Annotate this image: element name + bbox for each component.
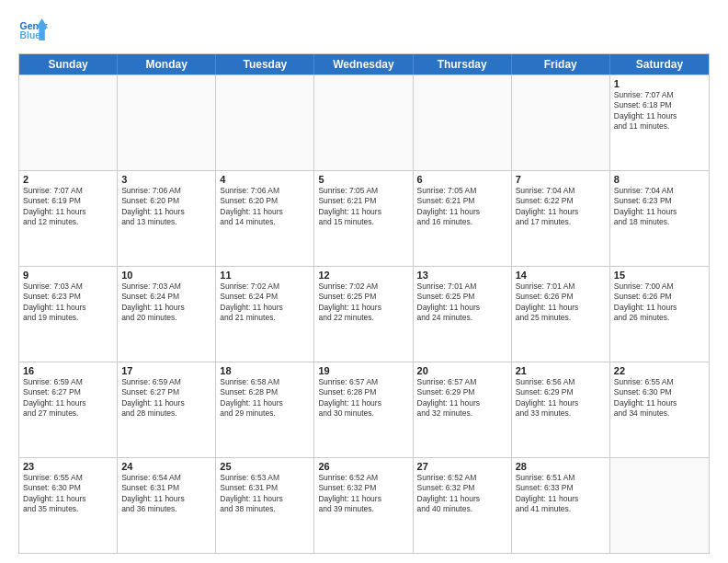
- day-headers: SundayMondayTuesdayWednesdayThursdayFrid…: [19, 54, 709, 75]
- svg-text:Blue: Blue: [20, 30, 41, 40]
- cell-info: Sunrise: 7:02 AM Sunset: 6:24 PM Dayligh…: [220, 282, 310, 324]
- calendar-cell: 24Sunrise: 6:54 AM Sunset: 6:31 PM Dayli…: [118, 458, 216, 553]
- cell-day-number: 25: [220, 461, 310, 472]
- cell-info: Sunrise: 6:52 AM Sunset: 6:32 PM Dayligh…: [417, 473, 507, 515]
- cell-info: Sunrise: 6:56 AM Sunset: 6:29 PM Dayligh…: [516, 377, 606, 419]
- cell-day-number: 28: [516, 461, 606, 472]
- day-header-wednesday: Wednesday: [314, 54, 413, 75]
- cell-day-number: 7: [516, 174, 606, 185]
- calendar-cell: 21Sunrise: 6:56 AM Sunset: 6:29 PM Dayli…: [512, 362, 610, 457]
- cell-info: Sunrise: 6:55 AM Sunset: 6:30 PM Dayligh…: [23, 473, 113, 515]
- week-row-2: 9Sunrise: 7:03 AM Sunset: 6:23 PM Daylig…: [19, 266, 709, 362]
- calendar-cell: 19Sunrise: 6:57 AM Sunset: 6:28 PM Dayli…: [314, 362, 413, 457]
- cell-info: Sunrise: 7:03 AM Sunset: 6:23 PM Dayligh…: [23, 282, 113, 324]
- day-header-monday: Monday: [118, 54, 216, 75]
- day-header-sunday: Sunday: [19, 54, 118, 75]
- cell-day-number: 23: [23, 461, 113, 472]
- calendar-cell: 23Sunrise: 6:55 AM Sunset: 6:30 PM Dayli…: [19, 458, 118, 553]
- calendar-cell: 12Sunrise: 7:02 AM Sunset: 6:25 PM Dayli…: [314, 267, 413, 362]
- cell-day-number: 4: [220, 174, 310, 185]
- calendar-cell: 4Sunrise: 7:06 AM Sunset: 6:20 PM Daylig…: [216, 171, 314, 266]
- cell-info: Sunrise: 6:52 AM Sunset: 6:32 PM Dayligh…: [318, 473, 408, 515]
- cell-day-number: 20: [417, 365, 507, 376]
- header: General Blue: [18, 15, 710, 44]
- weeks: 1Sunrise: 7:07 AM Sunset: 6:18 PM Daylig…: [19, 75, 709, 553]
- cell-info: Sunrise: 7:05 AM Sunset: 6:21 PM Dayligh…: [318, 186, 408, 228]
- calendar-cell: 15Sunrise: 7:00 AM Sunset: 6:26 PM Dayli…: [610, 267, 709, 362]
- cell-day-number: 16: [23, 365, 113, 376]
- calendar-cell: [610, 458, 709, 553]
- week-row-1: 2Sunrise: 7:07 AM Sunset: 6:19 PM Daylig…: [19, 170, 709, 266]
- cell-day-number: 12: [318, 270, 408, 281]
- calendar-cell: 28Sunrise: 6:51 AM Sunset: 6:33 PM Dayli…: [512, 458, 610, 553]
- calendar-cell: 10Sunrise: 7:03 AM Sunset: 6:24 PM Dayli…: [118, 267, 216, 362]
- cell-info: Sunrise: 7:01 AM Sunset: 6:25 PM Dayligh…: [417, 282, 507, 324]
- day-header-saturday: Saturday: [610, 54, 709, 75]
- calendar-cell: [512, 75, 610, 170]
- cell-info: Sunrise: 6:54 AM Sunset: 6:31 PM Dayligh…: [121, 473, 211, 515]
- calendar-cell: [216, 75, 314, 170]
- cell-info: Sunrise: 6:53 AM Sunset: 6:31 PM Dayligh…: [220, 473, 310, 515]
- cell-day-number: 22: [614, 365, 705, 376]
- calendar-cell: 7Sunrise: 7:04 AM Sunset: 6:22 PM Daylig…: [512, 171, 610, 266]
- cell-day-number: 21: [516, 365, 606, 376]
- cell-info: Sunrise: 7:07 AM Sunset: 6:19 PM Dayligh…: [23, 186, 113, 228]
- calendar-cell: 16Sunrise: 6:59 AM Sunset: 6:27 PM Dayli…: [19, 362, 118, 457]
- cell-day-number: 3: [121, 174, 211, 185]
- cell-info: Sunrise: 7:03 AM Sunset: 6:24 PM Dayligh…: [121, 282, 211, 324]
- cell-day-number: 6: [417, 174, 507, 185]
- calendar-cell: 20Sunrise: 6:57 AM Sunset: 6:29 PM Dayli…: [414, 362, 512, 457]
- cell-info: Sunrise: 7:01 AM Sunset: 6:26 PM Dayligh…: [516, 282, 606, 324]
- cell-info: Sunrise: 6:59 AM Sunset: 6:27 PM Dayligh…: [121, 377, 211, 419]
- calendar-cell: 2Sunrise: 7:07 AM Sunset: 6:19 PM Daylig…: [19, 171, 118, 266]
- cell-day-number: 15: [614, 270, 705, 281]
- day-header-tuesday: Tuesday: [216, 54, 314, 75]
- cell-day-number: 19: [318, 365, 408, 376]
- cell-info: Sunrise: 7:00 AM Sunset: 6:26 PM Dayligh…: [614, 282, 705, 324]
- cell-day-number: 11: [220, 270, 310, 281]
- cell-day-number: 27: [417, 461, 507, 472]
- calendar: SundayMondayTuesdayWednesdayThursdayFrid…: [18, 53, 710, 554]
- cell-info: Sunrise: 7:04 AM Sunset: 6:23 PM Dayligh…: [614, 186, 705, 228]
- cell-day-number: 2: [23, 174, 113, 185]
- calendar-cell: 18Sunrise: 6:58 AM Sunset: 6:28 PM Dayli…: [216, 362, 314, 457]
- page: General Blue SundayMondayTuesdayWednesda…: [0, 0, 728, 563]
- calendar-cell: [414, 75, 512, 170]
- calendar-cell: 14Sunrise: 7:01 AM Sunset: 6:26 PM Dayli…: [512, 267, 610, 362]
- cell-day-number: 14: [516, 270, 606, 281]
- calendar-cell: 27Sunrise: 6:52 AM Sunset: 6:32 PM Dayli…: [414, 458, 512, 553]
- cell-info: Sunrise: 7:06 AM Sunset: 6:20 PM Dayligh…: [220, 186, 310, 228]
- logo: General Blue: [18, 15, 48, 44]
- day-header-thursday: Thursday: [414, 54, 512, 75]
- cell-day-number: 8: [614, 174, 705, 185]
- calendar-cell: [314, 75, 413, 170]
- cell-info: Sunrise: 7:05 AM Sunset: 6:21 PM Dayligh…: [417, 186, 507, 228]
- week-row-0: 1Sunrise: 7:07 AM Sunset: 6:18 PM Daylig…: [19, 75, 709, 170]
- calendar-cell: 13Sunrise: 7:01 AM Sunset: 6:25 PM Dayli…: [414, 267, 512, 362]
- cell-day-number: 10: [121, 270, 211, 281]
- cell-day-number: 26: [318, 461, 408, 472]
- cell-day-number: 13: [417, 270, 507, 281]
- cell-day-number: 9: [23, 270, 113, 281]
- cell-day-number: 17: [121, 365, 211, 376]
- cell-info: Sunrise: 6:55 AM Sunset: 6:30 PM Dayligh…: [614, 377, 705, 419]
- calendar-cell: 5Sunrise: 7:05 AM Sunset: 6:21 PM Daylig…: [314, 171, 413, 266]
- calendar-cell: [19, 75, 118, 170]
- cell-info: Sunrise: 6:59 AM Sunset: 6:27 PM Dayligh…: [23, 377, 113, 419]
- calendar-cell: 17Sunrise: 6:59 AM Sunset: 6:27 PM Dayli…: [118, 362, 216, 457]
- cell-day-number: 18: [220, 365, 310, 376]
- calendar-cell: 22Sunrise: 6:55 AM Sunset: 6:30 PM Dayli…: [610, 362, 709, 457]
- cell-info: Sunrise: 6:57 AM Sunset: 6:29 PM Dayligh…: [417, 377, 507, 419]
- cell-info: Sunrise: 7:04 AM Sunset: 6:22 PM Dayligh…: [516, 186, 606, 228]
- cell-info: Sunrise: 7:06 AM Sunset: 6:20 PM Dayligh…: [121, 186, 211, 228]
- calendar-cell: [118, 75, 216, 170]
- cell-day-number: 5: [318, 174, 408, 185]
- day-header-friday: Friday: [512, 54, 610, 75]
- calendar-cell: 11Sunrise: 7:02 AM Sunset: 6:24 PM Dayli…: [216, 267, 314, 362]
- cell-info: Sunrise: 7:07 AM Sunset: 6:18 PM Dayligh…: [614, 90, 705, 132]
- cell-info: Sunrise: 6:58 AM Sunset: 6:28 PM Dayligh…: [220, 377, 310, 419]
- calendar-cell: 6Sunrise: 7:05 AM Sunset: 6:21 PM Daylig…: [414, 171, 512, 266]
- logo-icon: General Blue: [18, 15, 48, 44]
- calendar-cell: 3Sunrise: 7:06 AM Sunset: 6:20 PM Daylig…: [118, 171, 216, 266]
- calendar-cell: 1Sunrise: 7:07 AM Sunset: 6:18 PM Daylig…: [610, 75, 709, 170]
